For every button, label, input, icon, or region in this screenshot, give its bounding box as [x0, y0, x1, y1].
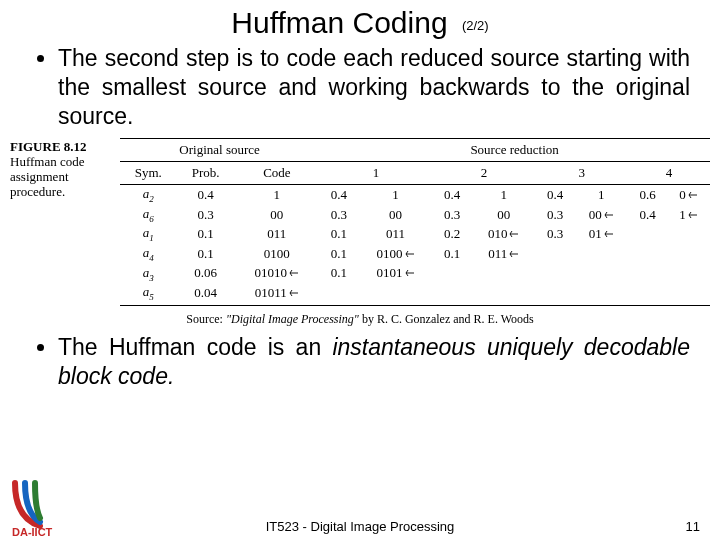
- table-cell: 00: [472, 205, 536, 225]
- table-cell: 01010: [234, 264, 319, 284]
- hdr-r1: 1: [319, 162, 432, 185]
- hdr-sym: Sym.: [120, 162, 177, 185]
- table-cell: 0.6: [628, 185, 667, 205]
- table-cell: a5: [120, 283, 177, 305]
- table-cell: [667, 283, 710, 305]
- table-cell: 0.4: [177, 185, 235, 205]
- hdr-r3: 3: [536, 162, 628, 185]
- table-cell: 0.4: [319, 185, 358, 205]
- source-credit: Source: "Digital Image Processing" by R.…: [0, 312, 720, 327]
- figure-block: FIGURE 8.12 Huffman code assignment proc…: [10, 138, 710, 306]
- hdr-r4: 4: [628, 162, 710, 185]
- table-cell: 1: [667, 205, 710, 225]
- table-cell: [667, 264, 710, 284]
- footer-text: IT523 - Digital Image Processing: [0, 519, 720, 534]
- group-original: Original source: [120, 139, 319, 162]
- table-cell: [628, 224, 667, 244]
- bullet-1: The second step is to code each reduced …: [58, 44, 690, 130]
- title-text: Huffman Coding: [231, 6, 447, 39]
- table-cell: a2: [120, 185, 177, 205]
- table-cell: [319, 283, 358, 305]
- table-cell: 0.3: [319, 205, 358, 225]
- table-cell: 010: [472, 224, 536, 244]
- bullet-list-2: The Huffman code is an instantaneous uni…: [0, 333, 720, 391]
- table-cell: [472, 283, 536, 305]
- table-cell: [472, 264, 536, 284]
- bullet-list-1: The second step is to code each reduced …: [0, 44, 720, 130]
- table-row: a30.06010100.10101: [120, 264, 710, 284]
- table-cell: 0101: [358, 264, 432, 284]
- table-cell: [575, 283, 628, 305]
- bullet-2-pre: The Huffman code is an: [58, 334, 332, 360]
- table-cell: a4: [120, 244, 177, 264]
- title-suffix: (2/2): [462, 18, 489, 33]
- figure-label: FIGURE 8.12: [10, 140, 120, 155]
- table-cell: [628, 283, 667, 305]
- table-cell: 1: [358, 185, 432, 205]
- slide-title: Huffman Coding (2/2): [0, 6, 720, 40]
- table-cell: 1: [472, 185, 536, 205]
- table-row: a40.101000.101000.1011: [120, 244, 710, 264]
- table-cell: 0.1: [319, 244, 358, 264]
- table-row: a10.10110.10110.20100.301: [120, 224, 710, 244]
- group-reduction: Source reduction: [319, 139, 710, 162]
- table-cell: 0.4: [433, 185, 472, 205]
- table-cell: 0.06: [177, 264, 235, 284]
- table-cell: 0.1: [433, 244, 472, 264]
- bullet-2: The Huffman code is an instantaneous uni…: [58, 333, 690, 391]
- table-cell: [667, 224, 710, 244]
- table-cell: [628, 264, 667, 284]
- table-cell: 0: [667, 185, 710, 205]
- table-row: a20.410.410.410.410.60: [120, 185, 710, 205]
- source-suffix: by R. C. Gonzalez and R. E. Woods: [359, 312, 534, 326]
- table-cell: 0.3: [433, 205, 472, 225]
- table-cell: 1: [575, 185, 628, 205]
- hdr-r2: 2: [433, 162, 536, 185]
- table-cell: 0.4: [536, 185, 575, 205]
- table-cell: [575, 244, 628, 264]
- table-cell: 011: [234, 224, 319, 244]
- table-cell: a6: [120, 205, 177, 225]
- table-cell: [536, 244, 575, 264]
- slide: Huffman Coding (2/2) The second step is …: [0, 6, 720, 540]
- table-cell: [536, 264, 575, 284]
- table-cell: [358, 283, 432, 305]
- table-cell: 00: [358, 205, 432, 225]
- table-cell: 0.1: [177, 244, 235, 264]
- table-cell: 0.1: [177, 224, 235, 244]
- table-cell: [433, 264, 472, 284]
- source-prefix: Source:: [186, 312, 226, 326]
- table-cell: 0100: [358, 244, 432, 264]
- table-cell: 011: [358, 224, 432, 244]
- figure-caption-text: Huffman code assignment procedure.: [10, 154, 84, 199]
- table-cell: [628, 244, 667, 264]
- table-cell: 0.2: [433, 224, 472, 244]
- table-cell: 0100: [234, 244, 319, 264]
- table-cell: 1: [234, 185, 319, 205]
- table-cell: a3: [120, 264, 177, 284]
- figure-caption: FIGURE 8.12 Huffman code assignment proc…: [10, 138, 120, 200]
- table-cell: [433, 283, 472, 305]
- table-cell: 00: [234, 205, 319, 225]
- table-cell: [575, 264, 628, 284]
- table-cell: 0.4: [628, 205, 667, 225]
- table-cell: 0.04: [177, 283, 235, 305]
- table-cell: 0.1: [319, 224, 358, 244]
- table-cell: [536, 283, 575, 305]
- table-cell: 01011: [234, 283, 319, 305]
- page-number: 11: [686, 519, 700, 534]
- table-cell: [667, 244, 710, 264]
- huffman-table: Original source Source reduction Sym. Pr…: [120, 138, 710, 306]
- table-cell: 0.3: [536, 224, 575, 244]
- table-row: a60.3000.3000.3000.3000.41: [120, 205, 710, 225]
- hdr-prob: Prob.: [177, 162, 235, 185]
- table-cell: 011: [472, 244, 536, 264]
- table-cell: 01: [575, 224, 628, 244]
- table-cell: a1: [120, 224, 177, 244]
- table-cell: 0.1: [319, 264, 358, 284]
- hdr-code: Code: [234, 162, 319, 185]
- table-row: a50.0401011: [120, 283, 710, 305]
- table-cell: 0.3: [177, 205, 235, 225]
- table-cell: 00: [575, 205, 628, 225]
- huffman-table-wrap: Original source Source reduction Sym. Pr…: [120, 138, 710, 306]
